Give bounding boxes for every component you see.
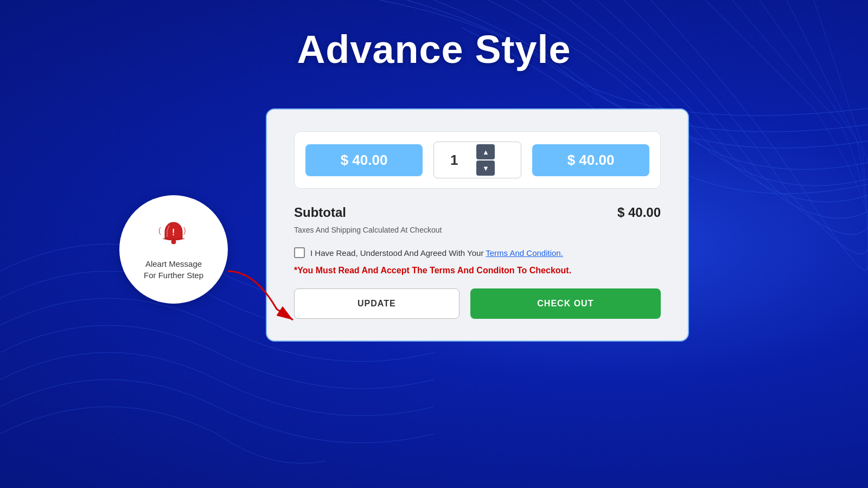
bell-icon: ( ) ! <box>157 218 190 251</box>
update-button[interactable]: UPDATE <box>294 288 459 319</box>
quantity-control: 1 ▲ ▼ <box>433 142 521 178</box>
page-title: Advance Style <box>0 27 868 72</box>
checkout-button[interactable]: CHECK OUT <box>470 288 661 319</box>
subtotal-value: $ 40.00 <box>617 205 661 220</box>
terms-link[interactable]: Terms And Condition. <box>486 248 563 258</box>
unit-price-display: $ 40.00 <box>305 144 423 176</box>
quantity-value: 1 <box>434 146 474 174</box>
svg-text:!: ! <box>172 228 175 237</box>
qty-increase-button[interactable]: ▲ <box>476 144 495 159</box>
arrow-svg <box>212 266 309 331</box>
arrow-indicator <box>212 266 309 333</box>
terms-row: I Have Read, Understood And Agreed With … <box>294 247 661 258</box>
bell-icon-wrapper: ( ) ! <box>157 218 190 253</box>
qty-stepper: ▲ ▼ <box>474 142 497 178</box>
terms-error-message: *You Must Read And Accept The Terms And … <box>294 266 661 275</box>
alert-text: Aleart Message For Further Step <box>144 258 203 281</box>
tax-note: Taxes And Shipping Calculated At Checkou… <box>294 226 661 234</box>
svg-text:(: ( <box>158 226 161 235</box>
subtotal-row: Subtotal $ 40.00 <box>294 205 661 220</box>
qty-decrease-button[interactable]: ▼ <box>476 160 495 176</box>
action-buttons: UPDATE CHECK OUT <box>294 288 661 319</box>
svg-point-2 <box>171 240 176 244</box>
main-card: $ 40.00 1 ▲ ▼ $ 40.00 Subtotal $ 40.00 T… <box>266 108 689 342</box>
terms-text: I Have Read, Understood And Agreed With … <box>310 248 563 258</box>
product-row: $ 40.00 1 ▲ ▼ $ 40.00 <box>294 131 661 189</box>
total-price-display: $ 40.00 <box>532 144 649 176</box>
terms-checkbox[interactable] <box>294 247 305 258</box>
subtotal-label: Subtotal <box>294 205 346 220</box>
svg-text:): ) <box>183 226 186 235</box>
